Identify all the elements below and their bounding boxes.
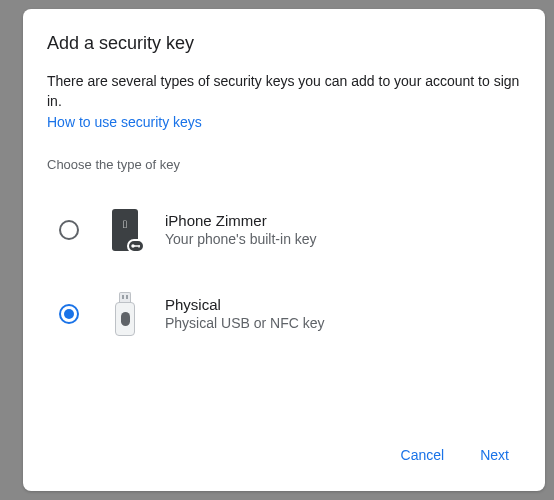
option-desc: Your phone's built-in key xyxy=(165,230,317,248)
option-physical[interactable]: Physical Physical USB or NFC key xyxy=(47,280,521,348)
dialog-buttons: Cancel Next xyxy=(47,439,521,471)
option-label: iPhone Zimmer xyxy=(165,211,317,231)
cancel-button[interactable]: Cancel xyxy=(397,439,449,471)
radio-phone[interactable] xyxy=(59,220,79,240)
add-security-key-dialog: Add a security key There are several typ… xyxy=(23,9,545,491)
usb-key-icon xyxy=(107,292,143,336)
option-phone[interactable]:  iPhone Zimmer Your phone's built-in ke… xyxy=(47,196,521,264)
dialog-title: Add a security key xyxy=(47,33,521,54)
option-desc: Physical USB or NFC key xyxy=(165,314,324,332)
dialog-subtitle: There are several types of security keys… xyxy=(47,72,521,111)
phone-key-icon:  xyxy=(107,208,143,252)
next-button[interactable]: Next xyxy=(476,439,513,471)
svg-rect-2 xyxy=(139,245,140,248)
radio-physical[interactable] xyxy=(59,304,79,324)
help-link[interactable]: How to use security keys xyxy=(47,113,521,133)
section-label: Choose the type of key xyxy=(47,157,521,172)
option-label: Physical xyxy=(165,295,324,315)
